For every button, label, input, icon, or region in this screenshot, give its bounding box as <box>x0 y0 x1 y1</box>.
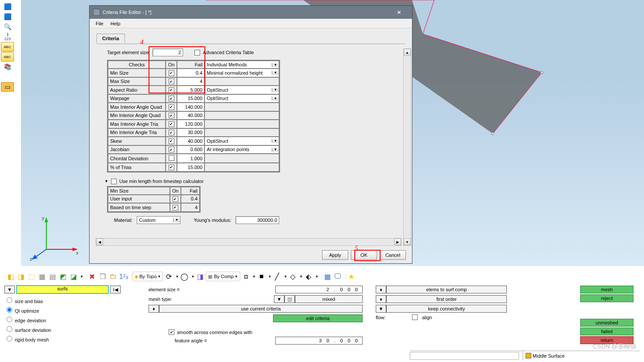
collapse-icon[interactable]: ▼ <box>104 179 108 183</box>
radio-surface-deviation[interactable]: surface deviation <box>4 324 135 334</box>
dialog-titlebar[interactable]: Criteria File Editor - [ *] ✕ <box>90 6 412 19</box>
radio-size-and-bias[interactable]: size and bias <box>4 295 135 305</box>
line-icon[interactable]: ╱ <box>272 272 282 281</box>
menu-file[interactable]: File <box>92 20 107 27</box>
reject-button[interactable]: reject <box>580 294 634 302</box>
rhomb-icon[interactable]: ◇ <box>288 272 298 281</box>
feature-angle-input[interactable] <box>275 337 363 345</box>
row-fail[interactable] <box>177 112 204 120</box>
row-on[interactable] <box>169 104 174 110</box>
rhomb2-icon[interactable]: ⬖ <box>304 272 313 281</box>
info-icon[interactable]: ℹ123 <box>1 32 14 41</box>
grid-cube-icon[interactable]: 🟦 <box>1 2 14 11</box>
row-on[interactable] <box>169 87 174 93</box>
delete-icon[interactable]: ✖ <box>87 272 97 281</box>
row-on[interactable] <box>169 96 174 101</box>
wireframe-icon[interactable]: ⧈ <box>241 272 251 281</box>
mesh-type-shape[interactable]: ◫ <box>284 295 295 303</box>
abc-grid-b-icon[interactable]: ABC <box>1 52 14 62</box>
align-checkbox[interactable] <box>412 314 418 320</box>
row-fail[interactable] <box>177 129 204 137</box>
grid-icon[interactable]: ▦ <box>322 272 332 281</box>
row-fail[interactable] <box>177 146 204 154</box>
bycomp-dropdown[interactable]: ▦ By Comp▼ <box>206 272 240 281</box>
row-fail[interactable] <box>177 154 204 162</box>
radio-edge-deviation[interactable]: edge deviation <box>4 314 135 324</box>
apply-button[interactable]: Apply <box>322 250 348 260</box>
ts-row-on[interactable] <box>173 205 178 210</box>
keep-connectivity[interactable]: keep connectivity <box>386 305 507 313</box>
mesh-button[interactable]: mesh <box>580 286 634 293</box>
element-size-input[interactable] <box>275 286 363 293</box>
row-fail[interactable] <box>177 120 204 128</box>
mesh-type-prev[interactable]: ▼ <box>274 295 284 303</box>
select-rect-icon[interactable]: ▭ <box>1 82 14 92</box>
row-fail[interactable] <box>177 163 204 171</box>
cube-yellow3-icon[interactable]: ⬚ <box>27 272 36 281</box>
monitor-icon[interactable]: 🖵 <box>333 272 343 281</box>
ok-button[interactable]: OK <box>351 250 377 260</box>
cube-grey2-icon[interactable]: ▤ <box>48 272 57 281</box>
row-method[interactable]: OptiStruct▼ <box>205 95 279 103</box>
return-button[interactable]: return <box>580 336 634 344</box>
surfs-reset[interactable]: I◀ <box>110 286 121 293</box>
sphere-icon[interactable]: 🟦 <box>1 12 14 21</box>
youngs-input[interactable] <box>235 216 279 224</box>
dialog-hscrollbar[interactable]: ◀▶ <box>96 238 402 246</box>
advanced-checkbox[interactable] <box>194 50 200 55</box>
row-fail[interactable] <box>177 95 204 103</box>
row-fail[interactable] <box>177 86 204 94</box>
surfs-selector[interactable]: surfs <box>17 286 108 293</box>
row-fail[interactable] <box>177 78 204 86</box>
tab-criteria[interactable]: Criteria <box>97 34 125 43</box>
methods-header-dropdown[interactable]: Individual Methods▼ <box>205 61 279 68</box>
layers-icon[interactable]: 📚 <box>1 62 14 72</box>
shape-icon[interactable]: ◯ <box>180 272 189 281</box>
bytopo-dropdown[interactable]: ◆ By Topo▼ <box>132 272 163 281</box>
menu-help[interactable]: Help <box>107 20 124 27</box>
cube-yellow2-icon[interactable]: ◨ <box>16 272 26 281</box>
cube-green-icon[interactable]: ◩ <box>58 272 68 281</box>
folder-icon[interactable]: 🗀 <box>108 272 118 281</box>
radio-qi-optimize[interactable]: QI optimize <box>4 305 135 314</box>
edit-criteria-button[interactable]: edit criteria <box>273 314 363 322</box>
cube-yellow-icon[interactable]: ◧ <box>6 272 15 281</box>
numbers-icon[interactable]: 1²₃ <box>119 272 128 281</box>
layers-toolbar-icon[interactable]: ❐ <box>98 272 107 281</box>
failed-button[interactable]: failed <box>580 328 634 335</box>
cube-green2-icon[interactable]: ◪ <box>69 272 78 281</box>
target-size-input[interactable] <box>152 48 183 56</box>
cube-grey-icon[interactable]: ▦ <box>37 272 47 281</box>
row-on[interactable] <box>169 113 174 118</box>
row-on[interactable] <box>169 121 174 127</box>
use-current-criteria[interactable]: use current criteria <box>159 305 363 313</box>
solid-cube-icon[interactable]: ■ <box>256 272 266 281</box>
close-icon[interactable]: ✕ <box>389 7 409 17</box>
abc-grid-a-icon[interactable]: ABC <box>1 42 14 52</box>
cancel-button[interactable]: Cancel <box>380 250 406 260</box>
row-on[interactable] <box>169 165 174 170</box>
surfs-dropdown-toggle[interactable]: ▼ <box>4 286 15 293</box>
row-on[interactable] <box>169 79 174 84</box>
row-method[interactable]: At integration points▼ <box>205 146 279 154</box>
row-method[interactable]: OptiStruct▼ <box>205 137 279 145</box>
lasso-icon[interactable]: ⟳ <box>164 272 173 281</box>
material-select[interactable]: Custom▼ <box>137 216 180 224</box>
blank-icon[interactable] <box>1 72 14 82</box>
mesh-type-value[interactable]: mixed <box>295 295 363 303</box>
unmeshed-button[interactable]: unmeshed <box>580 319 634 327</box>
criteria-toggle[interactable]: ♦ <box>149 305 159 313</box>
smooth-checkbox[interactable] <box>169 329 174 335</box>
elems-to-surf-comp[interactable]: elems to surf comp <box>386 286 507 293</box>
first-order[interactable]: first order <box>386 295 507 303</box>
radio-rigid-body-mesh[interactable]: rigid body mesh <box>4 334 135 343</box>
purple-cube-icon[interactable]: ◨ <box>195 272 205 281</box>
row-on[interactable] <box>169 147 174 152</box>
dialog-vscrollbar[interactable]: ▲▼ <box>403 48 411 246</box>
row-on[interactable] <box>169 70 174 76</box>
elems-to-surf-toggle[interactable]: ♦ <box>376 286 386 293</box>
first-order-toggle[interactable]: ♦ <box>376 295 386 303</box>
row-on[interactable] <box>169 138 174 144</box>
row-on[interactable] <box>169 155 174 161</box>
row-fail[interactable] <box>177 69 204 77</box>
